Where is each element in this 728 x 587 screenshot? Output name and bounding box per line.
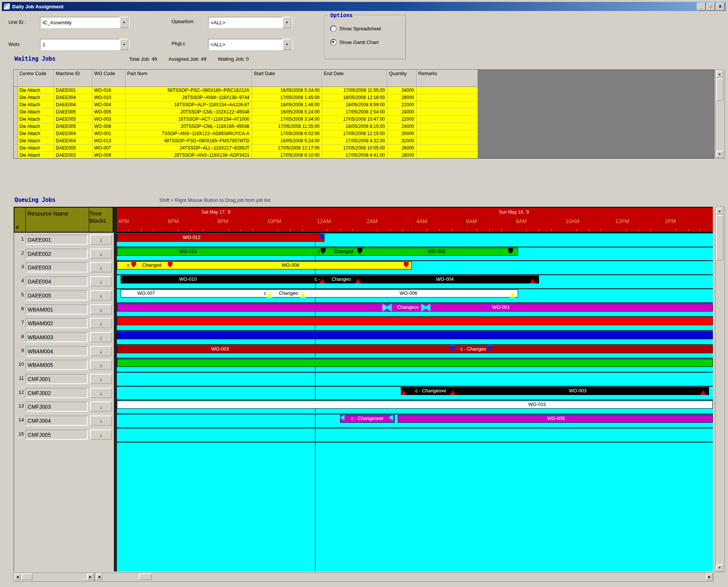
time-blocks-button[interactable]: ↓ (90, 430, 112, 440)
resource-panel-scrollbar[interactable]: ◀ ▶ (13, 573, 95, 582)
resource-name-cell[interactable]: DAEE001 (25, 234, 88, 245)
gantt-job-bar[interactable] (401, 387, 709, 395)
radio-gantt-icon[interactable] (330, 39, 337, 46)
scroll-left-icon[interactable]: ◀ (96, 573, 102, 580)
scroll-right-icon[interactable]: ▶ (706, 573, 713, 580)
minimize-button[interactable]: _ (697, 3, 706, 11)
resource-name-cell[interactable]: DAEE005 (25, 290, 88, 301)
resource-name-cell[interactable]: CMFJ002 (25, 388, 88, 398)
resource-name-cell[interactable]: WBAM005 (25, 360, 88, 370)
column-header[interactable]: Remarks (417, 70, 478, 87)
wots-combobox[interactable]: 1 ▼ (40, 39, 129, 50)
resource-name-cell[interactable]: DAEE003 (25, 262, 88, 272)
row-selector[interactable] (14, 130, 18, 137)
gantt-job-bar[interactable] (117, 331, 713, 339)
radio-show-spreadsheet[interactable]: Show Spreadsheet (330, 25, 381, 32)
gantt-job-bar[interactable] (117, 234, 325, 242)
row-selector[interactable] (14, 123, 18, 130)
scroll-right-icon[interactable]: ▶ (87, 573, 94, 580)
maximize-button[interactable]: □ (706, 3, 715, 11)
time-blocks-button[interactable]: ↓ (90, 249, 112, 259)
gantt-horizontal-scrollbar[interactable]: ◀ ▶ (95, 573, 714, 582)
table-row[interactable]: Die AttachDAEE004WO-001TSSOP~ANS~118X122… (14, 130, 478, 137)
gantt-job-bar[interactable] (121, 290, 518, 297)
radio-spreadsheet-icon[interactable] (330, 25, 337, 32)
unit-id-combobox[interactable]: IC_Assembly ▼ (40, 17, 129, 28)
scroll-down-icon[interactable]: ▼ (716, 564, 723, 571)
gantt-job-bar[interactable] (117, 359, 713, 367)
pkglc-combobox[interactable]: <ALL> ▼ (208, 39, 292, 50)
table-row[interactable]: Die AttachDAEE005WO-00724TSSOP~ALL~118X2… (14, 145, 478, 152)
resource-name-cell[interactable]: WBAM003 (25, 332, 88, 342)
time-blocks-button[interactable]: ↓ (90, 290, 112, 301)
table-row[interactable]: Die AttachDAEE004WO-01028TSSOP~ANW~118X1… (14, 94, 478, 101)
resource-name-cell[interactable]: WBAM002 (25, 318, 88, 328)
table-row[interactable]: Die AttachDAEE003WO-00928TSSOP~ANS~118X1… (14, 152, 478, 159)
time-blocks-button[interactable]: ↓ (90, 276, 112, 286)
title-bar[interactable]: Daily Job Assignment _ □ X (2, 2, 726, 11)
row-selector[interactable] (14, 101, 18, 109)
gantt-job-bar[interactable] (117, 345, 713, 353)
unit-id-dropdown-arrow-icon[interactable]: ▼ (120, 17, 129, 28)
time-blocks-button[interactable]: ↓ (90, 360, 112, 370)
gantt-splitter[interactable] (113, 207, 117, 571)
pkglc-dropdown-arrow-icon[interactable]: ▼ (282, 39, 292, 50)
scrollbar-thumb[interactable] (716, 215, 723, 261)
row-selector[interactable] (14, 152, 18, 159)
scroll-left-icon[interactable]: ◀ (14, 573, 21, 580)
gantt-job-bar[interactable] (117, 317, 713, 325)
operation-combobox[interactable]: <ALL> ▼ (208, 17, 292, 28)
time-blocks-button[interactable]: ↓ (90, 234, 112, 245)
table-row[interactable]: Die AttachDAEE001WO-01656TSSOP~PSC~080X1… (14, 87, 478, 94)
column-header[interactable]: Part Num (126, 70, 252, 87)
column-header[interactable]: Centre Code (18, 70, 54, 87)
scroll-up-icon[interactable]: ▲ (716, 208, 723, 215)
time-blocks-button[interactable]: ↓ (90, 332, 112, 342)
row-selector[interactable] (14, 87, 18, 94)
table-row[interactable]: Die AttachDAEE004WO-01348TSSOP~FSD~080X1… (14, 137, 478, 145)
column-header[interactable]: Start Date (252, 70, 322, 87)
close-button[interactable]: X (716, 3, 725, 11)
time-blocks-button[interactable]: ↓ (90, 304, 112, 315)
time-blocks-button[interactable]: ↓ (90, 374, 112, 384)
column-header[interactable]: End Date (322, 70, 388, 87)
table-row[interactable]: Die AttachDAEE005WO-00520TSSOP~CML~102X1… (14, 109, 478, 116)
time-blocks-button[interactable]: ↓ (90, 346, 112, 356)
resource-name-cell[interactable]: WBAM001 (25, 304, 88, 315)
gantt-vertical-scrollbar[interactable]: ▲ ▼ (715, 207, 725, 572)
time-blocks-button[interactable]: ↓ (90, 401, 112, 412)
column-header[interactable]: WO Code (93, 70, 126, 87)
resource-name-cell[interactable]: CMFJ003 (25, 401, 88, 412)
resource-name-cell[interactable]: WBAM004 (25, 346, 88, 356)
scroll-up-icon[interactable]: ▲ (716, 71, 723, 78)
resource-name-cell[interactable]: CMFJ004 (25, 415, 88, 426)
table-row[interactable]: Die AttachDAEE005WO-00316TSSOP~ACT~118X1… (14, 116, 478, 123)
column-header[interactable]: Quantity (388, 70, 417, 87)
resource-name-cell[interactable]: CMFJ001 (25, 374, 88, 384)
row-selector[interactable] (14, 109, 18, 116)
gantt-job-bar[interactable] (117, 401, 713, 409)
time-blocks-button[interactable]: ↓ (90, 318, 112, 328)
waiting-table-scrollbar[interactable]: ▲ ▼ (715, 70, 725, 159)
scrollbar-thumb[interactable] (716, 78, 723, 101)
scrollbar-thumb[interactable] (21, 573, 33, 580)
resource-name-cell[interactable]: DAEE004 (25, 276, 88, 286)
table-row[interactable]: Die AttachDAEE005WO-00620TSSOP~CML~118X1… (14, 123, 478, 130)
radio-show-gantt[interactable]: Show Gantt Chart (330, 39, 378, 46)
column-header[interactable]: Machine ID (54, 70, 93, 87)
resource-name-cell[interactable]: DAEE002 (25, 249, 88, 259)
time-blocks-button[interactable]: ↓ (90, 262, 112, 272)
row-selector[interactable] (14, 94, 18, 101)
table-row[interactable]: Die AttachDAEE004WO-00416TSSOP~ALP~118X1… (14, 101, 478, 109)
gantt-timeline-header[interactable]: Sat May 17, '8Sun May 18, '8 4PM6PM8PM10… (117, 207, 713, 233)
scrollbar-thumb[interactable] (139, 573, 152, 580)
wots-dropdown-arrow-icon[interactable]: ▼ (120, 39, 129, 50)
gantt-chart-body[interactable]: WO-012WO-014cChangedWO-002cChangedWO-008… (117, 233, 713, 571)
time-blocks-button[interactable]: ↓ (90, 388, 112, 398)
row-selector[interactable] (14, 137, 18, 145)
scroll-down-icon[interactable]: ▼ (716, 151, 723, 158)
row-selector[interactable] (14, 116, 18, 123)
row-selector[interactable] (14, 145, 18, 152)
time-blocks-button[interactable]: ↓ (90, 415, 112, 426)
resource-name-cell[interactable]: CMFJ005 (25, 430, 88, 440)
